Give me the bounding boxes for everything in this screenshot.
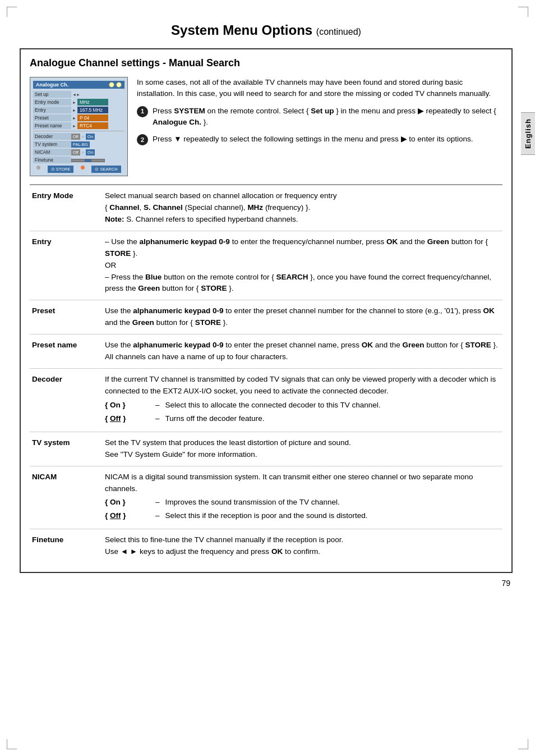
content-tv-system: Set the TV system that produces the leas… [103,432,502,466]
tv-row-preset-value: P 04 [77,114,108,121]
intro-text: In some cases, not all of the available … [137,77,502,176]
dot-left [36,166,40,169]
tv-row2-tvsystem-value: PAL-BG [71,141,90,148]
section-heading: Analogue Channel settings - Manual Searc… [30,57,502,69]
tv-row-setup-label: Set up [33,91,71,98]
label-entry-mode: Entry Mode [30,185,103,231]
tv-screenshot: Analogue Ch. Set up ◄► Entry mode ► MHz [30,77,128,176]
trim-top-right [518,7,528,17]
title-main: System Menu Options [171,22,312,38]
tv-row-setup: Set up ◄► [33,91,124,98]
label-tv-system: TV system [30,432,103,466]
tv-row-preset-name: Preset name ► RTC4 [33,122,124,129]
tv-row-entry-mode-value: MHz [77,99,108,106]
tv-row2-tvsystem: TV system PAL-BG [33,141,124,148]
tv-row-entry-mode: Entry mode ► MHz [33,99,124,106]
tv-row-preset: Preset ► P 04 [33,114,124,121]
row-preset-name: Preset name Use the alphanumeric keypad … [30,335,502,369]
nicam-on-row: { On } – Improves the sound transmission… [105,497,498,508]
nicam-subtable: { On } – Improves the sound transmission… [105,497,498,522]
tv-row-preset-name-label: Preset name [33,122,71,129]
step2-text: Press ▼ repeatedly to select the followi… [153,134,502,145]
tv-row2-decoder-label: Decoder [33,133,71,140]
page-content: System Menu Options (continued) Analogue… [20,17,513,588]
tv-row2-nicam-label: NICAM [33,149,71,155]
info-table: Entry Mode Select manual search based on… [30,184,502,563]
tv-row2-finetune-label: Finetune [33,157,71,163]
decoder-off-val: Turns off the decoder feature. [165,413,498,425]
tv-row-entry-label: Entry [33,107,71,113]
title-continued: (continued) [316,27,361,36]
dot-right [81,166,85,169]
nicam-off-val: Select this if the reception is poor and… [165,510,498,522]
content-finetune: Select this to fine-tune the TV channel … [103,529,502,563]
english-tab: English [521,112,535,155]
label-decoder: Decoder [30,369,103,432]
step2-item: 2 Press ▼ repeatedly to select the follo… [137,134,502,145]
tv-row-entry-value: 167.5 MHz [77,107,108,113]
tv-icon-1 [109,82,114,88]
tv-row2-nicam: NICAM Off ○ On [33,149,124,155]
label-finetune: Finetune [30,529,103,563]
nicam-on: On [86,149,95,155]
trim-bottom-right [518,739,528,749]
tv-search-button[interactable]: ⊙ SEARCH [91,166,121,173]
row-entry-mode: Entry Mode Select manual search based on… [30,185,502,231]
decoder-on-row: { On } – Select this to allocate the con… [105,400,498,411]
tv-title-icons [109,82,122,88]
page-title: System Menu Options (continued) [20,17,513,38]
row-nicam: NICAM NICAM is a digital sound transmiss… [30,466,502,529]
tv-title-text: Analogue Ch. [36,82,68,88]
intro-paragraph: In some cases, not all of the available … [137,77,502,100]
tv-row-preset-name-value: RTC4 [77,122,108,129]
page-number: 79 [20,579,513,588]
decoder-off: Off [71,134,80,140]
trim-bottom-left [7,739,17,749]
trim-top-left [7,7,17,17]
label-preset-name: Preset name [30,335,103,369]
nicam-on-val: Improves the sound transmission of the T… [165,497,498,508]
content-entry: – Use the alphanumeric keypad 0-9 to ent… [103,231,502,300]
step1-text: Press SYSTEM on the remote control. Sele… [153,106,502,129]
nicam-off-key: { Off } [105,510,150,522]
decoder-on: On [86,134,95,140]
step2-number: 2 [137,134,148,145]
tv-divider [33,131,124,131]
decoder-on-key: { On } [105,400,150,411]
content-decoder: If the current TV channel is transmitted… [103,369,502,432]
label-preset: Preset [30,300,103,335]
tv-row-entry: Entry ► 167.5 MHz [33,107,124,113]
label-entry: Entry [30,231,103,300]
step1-number: 1 [137,106,148,117]
content-entry-mode: Select manual search based on channel al… [103,185,502,231]
tv-title-bar: Analogue Ch. [33,81,124,89]
content-preset: Use the alphanumeric keypad 0-9 to enter… [103,300,502,335]
decoder-off-row: { Off } – Turns off the decoder feature. [105,413,498,425]
section-box: Analogue Channel settings - Manual Searc… [20,48,513,573]
row-preset: Preset Use the alphanumeric keypad 0-9 t… [30,300,502,335]
nicam-on-key: { On } [105,497,150,508]
row-finetune: Finetune Select this to fine-tune the TV… [30,529,502,563]
content-nicam: NICAM is a digital sound transmission sy… [103,466,502,529]
decoder-off-key: { Off } [105,413,150,425]
label-nicam: NICAM [30,466,103,529]
tv-row2-decoder-value: Off ○ On [71,134,95,140]
tv-row2-tvsystem-label: TV system [33,141,71,148]
tv-row2-nicam-value: Off ○ On [71,149,95,155]
nicam-off: Off [71,149,80,155]
top-area: Analogue Ch. Set up ◄► Entry mode ► MHz [30,77,502,176]
tv-row-entry-mode-label: Entry mode [33,99,71,106]
tv-row-preset-label: Preset [33,114,71,121]
tv-store-button[interactable]: ⊙ STORE [48,166,74,173]
row-entry: Entry – Use the alphanumeric keypad 0-9 … [30,231,502,300]
row-decoder: Decoder If the current TV channel is tra… [30,369,502,432]
nicam-off-row: { Off } – Select this if the reception i… [105,510,498,522]
step1-item: 1 Press SYSTEM on the remote control. Se… [137,106,502,129]
tv-row2-decoder: Decoder Off ○ On [33,133,124,140]
tv-bottom-buttons: ⊙ STORE ⊙ SEARCH [33,166,124,173]
decoder-subtable: { On } – Select this to allocate the con… [105,400,498,425]
content-preset-name: Use the alphanumeric keypad 0-9 to enter… [103,335,502,369]
row-tv-system: TV system Set the TV system that produce… [30,432,502,466]
decoder-on-val: Select this to allocate the connected de… [165,400,498,411]
tv-row2-finetune: Finetune [33,157,124,163]
